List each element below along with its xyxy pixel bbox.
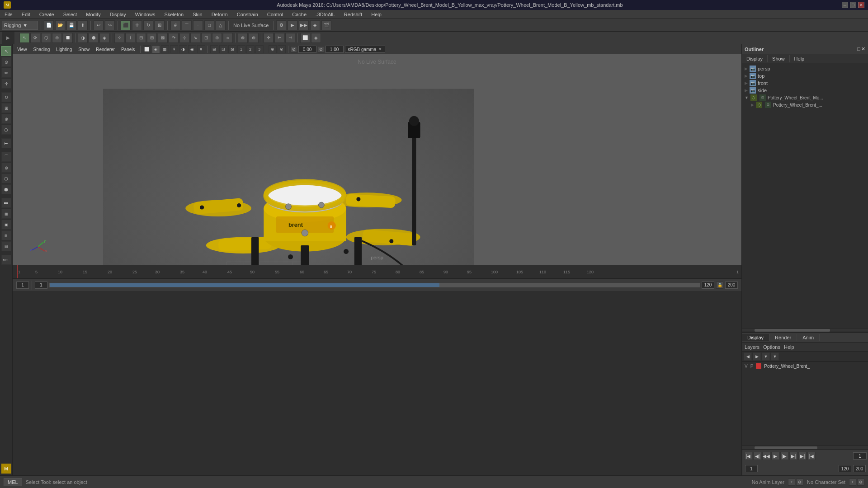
pivot-tool[interactable]: ✛: [264, 33, 274, 43]
snap-point-button[interactable]: ·: [193, 20, 203, 30]
vp-menu-renderer[interactable]: Renderer: [93, 46, 118, 53]
gamma-toggle[interactable]: ⊙: [318, 46, 324, 52]
menu-create[interactable]: Create: [38, 12, 56, 17]
mel-btn[interactable]: MEL: [1, 255, 11, 265]
rotate-tool-button[interactable]: ↻: [143, 20, 153, 30]
xray-btn[interactable]: ⊡: [219, 45, 227, 53]
outliner-item-top[interactable]: ▶ 📷 top: [742, 72, 868, 80]
menu-3dtoall[interactable]: -3DtoAll-: [314, 12, 337, 17]
curve-tool[interactable]: ⌒: [1, 152, 11, 162]
anim-layer-add[interactable]: +: [788, 479, 795, 486]
menu-redshift[interactable]: Redshift: [342, 12, 364, 17]
outliner-item-side[interactable]: ▶ 📷 side: [742, 87, 868, 94]
range-slider[interactable]: [49, 283, 700, 287]
paint-select-button[interactable]: ✏: [1, 68, 11, 78]
ipr-render-button[interactable]: ◈: [310, 20, 320, 30]
squash-tool[interactable]: ⊡: [201, 33, 211, 43]
wireframe-on-shaded-btn[interactable]: ⊞: [210, 45, 218, 53]
vp-menu-panels[interactable]: Panels: [118, 46, 138, 53]
first-frame-btn[interactable]: |◀: [807, 452, 816, 460]
outliner-minimize[interactable]: ─: [853, 46, 857, 52]
cb-icon-add[interactable]: ◀: [744, 352, 752, 361]
cb-opt-options[interactable]: Options: [763, 344, 780, 350]
current-frame-input[interactable]: 1: [16, 282, 29, 289]
outliner-tab-help[interactable]: Help: [790, 55, 810, 62]
menu-display[interactable]: Display: [108, 12, 128, 17]
vp-menu-shading[interactable]: Shading: [31, 46, 53, 53]
lighting-btn[interactable]: ☀: [170, 45, 178, 53]
anim-layer-settings[interactable]: ⚙: [796, 479, 803, 486]
lattice-tool[interactable]: ⊞: [147, 33, 157, 43]
polygon-tool[interactable]: ⬡: [1, 174, 11, 183]
outliner-item-persp[interactable]: ▶ 📷 persp: [742, 65, 868, 72]
select-mode-button[interactable]: ↖: [1, 46, 11, 56]
lasso-tool[interactable]: ⟳: [30, 33, 40, 43]
cb-icon-remove[interactable]: ▶: [753, 352, 761, 361]
range-lock-btn[interactable]: 🔒: [716, 282, 723, 289]
render-settings-button[interactable]: ⚙: [276, 20, 286, 30]
maya-icon[interactable]: M: [1, 464, 11, 474]
scale-button[interactable]: ⊞: [1, 103, 11, 113]
bend-tool[interactable]: ↷: [169, 33, 179, 43]
redo-button[interactable]: ↪: [105, 20, 115, 30]
sculpt-poly-tool[interactable]: ⬢: [1, 184, 11, 194]
cb-tab-render[interactable]: Render: [769, 334, 797, 341]
gamma-dropdown[interactable]: sRGB gamma ▼: [345, 46, 386, 53]
new-scene-button[interactable]: 📄: [44, 20, 54, 30]
merge-tool[interactable]: ◈: [311, 33, 321, 43]
universal-manip[interactable]: ⊕: [1, 114, 11, 124]
snap-view-button[interactable]: □: [204, 20, 214, 30]
layer-name-label[interactable]: Pottery_Wheel_Brent_: [764, 364, 810, 369]
outliner-tab-show[interactable]: Show: [768, 55, 790, 62]
outliner-close[interactable]: ✕: [861, 46, 865, 52]
cb-tab-display[interactable]: Display: [742, 334, 769, 341]
prev-frame-btn[interactable]: ◀|: [753, 452, 761, 460]
render-button[interactable]: ▶: [288, 20, 297, 30]
exposure-toggle[interactable]: ⊙: [291, 46, 297, 52]
menu-select[interactable]: Select: [61, 12, 79, 17]
texture-btn[interactable]: ▦: [161, 45, 169, 53]
wave-tool[interactable]: ≈: [223, 33, 233, 43]
move-button[interactable]: ✛: [1, 79, 11, 89]
lasso-mode-button[interactable]: ⊙: [1, 57, 11, 67]
wireframe-btn[interactable]: ⬜: [143, 45, 151, 53]
frame-min-input[interactable]: [745, 465, 758, 472]
snap-grid-button[interactable]: #: [170, 20, 180, 30]
scale-tool-button[interactable]: ⊞: [155, 20, 165, 30]
render-mode-btn5[interactable]: ▤: [1, 241, 11, 251]
menu-windows[interactable]: Windows: [133, 12, 157, 17]
menu-cache[interactable]: Cache: [290, 12, 308, 17]
char-set-settings[interactable]: ⚙: [857, 479, 864, 486]
symmetry-tool[interactable]: ◈: [99, 33, 109, 43]
prev-key-btn[interactable]: |◀: [744, 452, 752, 460]
tweak-tool[interactable]: ⬜: [300, 33, 310, 43]
next-key-btn[interactable]: ▶|: [789, 452, 797, 460]
frame-end-input2[interactable]: 120: [839, 465, 851, 472]
cb-tab-anim[interactable]: Anim: [797, 334, 820, 341]
vp-menu-lighting[interactable]: Lighting: [53, 46, 75, 53]
play-forward-btn[interactable]: ▶: [771, 452, 779, 460]
mask-tool[interactable]: ⬢: [89, 33, 99, 43]
transform-tool[interactable]: ⊕: [52, 33, 62, 43]
cb-icon-move-down[interactable]: ▼: [771, 352, 779, 361]
grid-btn[interactable]: #: [197, 45, 205, 53]
rivet-tool[interactable]: ⊗: [238, 33, 248, 43]
menu-help[interactable]: Help: [369, 12, 383, 17]
ik-tool[interactable]: ⌇: [125, 33, 135, 43]
cb-opt-help[interactable]: Help: [784, 344, 794, 350]
vp-menu-view[interactable]: View: [14, 46, 30, 53]
cb-hscrollbar[interactable]: [742, 446, 868, 449]
cb-icon-move-up[interactable]: ▼: [762, 352, 770, 361]
exposure-input[interactable]: 0.00: [298, 46, 316, 53]
surface-tool[interactable]: ⊗: [1, 163, 11, 173]
render-mode-btn1[interactable]: ■■: [1, 198, 11, 208]
max-frame-input[interactable]: 200: [725, 282, 738, 289]
select-tool-button[interactable]: ⬛: [121, 20, 131, 30]
outliner-tab-display[interactable]: Display: [742, 55, 768, 62]
save-as-button[interactable]: ⬆: [78, 20, 88, 30]
close-button[interactable]: ✕: [858, 2, 864, 8]
layer-v-button[interactable]: V: [745, 364, 748, 369]
snap-curve-button[interactable]: ⌒: [182, 20, 192, 30]
layer-p-button[interactable]: P: [750, 364, 754, 369]
flare-tool[interactable]: ⊹: [179, 33, 189, 43]
